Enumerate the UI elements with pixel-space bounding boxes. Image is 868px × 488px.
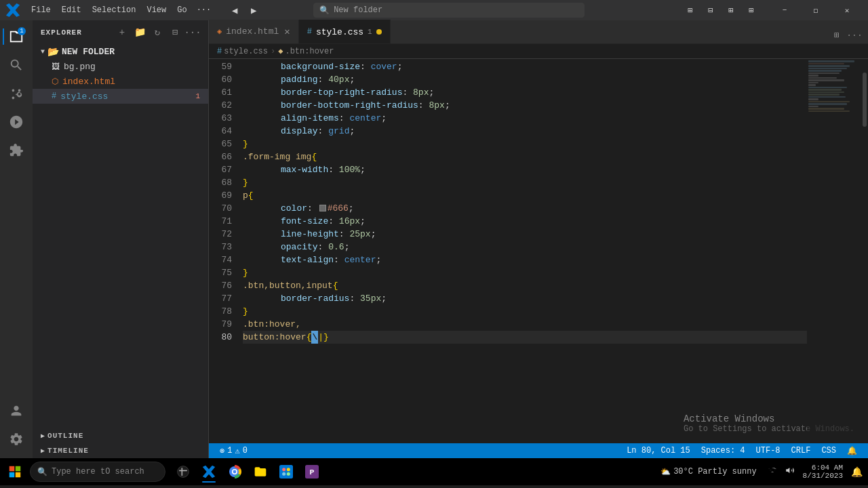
color-swatch-666	[319, 205, 326, 211]
new-file-button[interactable]: +	[115, 25, 130, 40]
new-folder-button[interactable]: 📁	[132, 25, 147, 40]
svg-point-10	[233, 470, 237, 474]
editor-scrollbar[interactable]	[861, 59, 868, 443]
refresh-explorer-button[interactable]: ↻	[150, 25, 165, 40]
status-errors[interactable]: ⊗ 1 ⚠ 0	[214, 443, 253, 458]
taskbar-pin-paint[interactable]	[274, 460, 298, 484]
title-search-box[interactable]: 🔍 New folder	[313, 3, 585, 18]
customize-layout-icon[interactable]: ⊞	[742, 3, 761, 18]
line-62: border-bottom-right-radius: 8px;	[243, 99, 807, 112]
minimize-button[interactable]: −	[769, 0, 800, 20]
toggle-secondary-sidebar-icon[interactable]: ⊞	[722, 3, 741, 18]
start-button[interactable]	[3, 460, 27, 484]
svg-rect-2	[9, 472, 15, 478]
breadcrumb-selector[interactable]: ◆ .btn:hover	[278, 46, 334, 56]
editor-container: ◈ index.html ✕ # style.css 1 ⊞ ··· # sty…	[209, 20, 868, 458]
activity-settings-icon[interactable]	[3, 426, 30, 453]
more-tabs-button[interactable]: ···	[846, 27, 863, 43]
taskbar-search-placeholder: Type here tO search	[52, 467, 144, 476]
weather-widget[interactable]: ⛅ 30°C Partly sunny	[655, 467, 762, 477]
taskbar-pin-vscode[interactable]	[197, 460, 221, 484]
activity-source-control-icon[interactable]	[3, 80, 30, 107]
chevron-down-icon: ▼	[41, 48, 45, 56]
maximize-button[interactable]: ◻	[800, 0, 831, 20]
taskbar-pin-search[interactable]	[171, 460, 195, 484]
file-name-indexhtml: index.html	[62, 77, 115, 87]
ln-64: 64	[209, 125, 232, 138]
outline-section[interactable]: ▶ OUTLINE	[33, 428, 208, 443]
activity-extensions-icon[interactable]	[3, 137, 30, 164]
vscode-logo-icon	[5, 3, 20, 18]
timeline-section[interactable]: ▶ TIMELINE	[33, 443, 208, 458]
status-encoding[interactable]: UTF-8	[751, 443, 786, 458]
line-79: .btn:hover,	[243, 318, 807, 331]
menu-selection[interactable]: Selection	[87, 4, 142, 16]
status-spaces[interactable]: Spaces: 4	[696, 443, 751, 458]
menu-edit[interactable]: Edit	[56, 4, 87, 16]
status-bell[interactable]: 🔔	[842, 443, 863, 458]
nav-forward-button[interactable]: ▶	[245, 3, 262, 18]
file-item-bgpng[interactable]: 🖼 bg.png	[33, 59, 208, 74]
taskbar-pinned-apps: P	[171, 460, 324, 484]
taskbar-pin-chrome[interactable]	[222, 460, 247, 484]
line-68: }	[243, 176, 807, 189]
folder-new-folder[interactable]: ▼ 📂 NEW FOLDER	[33, 44, 208, 59]
notification-icon[interactable]: 🔔	[848, 465, 865, 479]
activity-explorer-icon[interactable]: 1	[3, 23, 30, 50]
taskbar-right-area: ⛅ 30°C Partly sunny 6:04 AM 8/31/2023 🔔	[655, 464, 865, 480]
network-icon[interactable]	[765, 464, 780, 479]
status-language[interactable]: CSS	[816, 443, 842, 458]
ln-62: 62	[209, 99, 232, 112]
ln-66: 66	[209, 150, 232, 163]
menu-file[interactable]: File	[26, 4, 56, 16]
activity-search-icon[interactable]	[3, 52, 30, 79]
ln-78: 78	[209, 305, 232, 318]
line-72: line-height: 25px;	[243, 228, 807, 241]
svg-point-12	[282, 468, 285, 471]
tab-stylecss[interactable]: # style.css 1	[299, 20, 391, 43]
unsaved-dot-indicator	[376, 29, 382, 35]
menu-bar: File Edit Selection View Go ···	[26, 4, 215, 16]
clock-date: 8/31/2023	[803, 472, 843, 480]
menu-view[interactable]: View	[141, 4, 172, 16]
breadcrumb-file[interactable]: # style.css	[217, 47, 268, 56]
svg-text:P: P	[310, 468, 315, 477]
file-item-stylecss[interactable]: # style.css 1	[33, 89, 208, 104]
more-actions-button[interactable]: ···	[185, 25, 200, 40]
taskbar-clock[interactable]: 6:04 AM 8/31/2023	[800, 464, 846, 480]
minimap-line	[808, 60, 854, 62]
status-right: Ln 80, Col 15 Spaces: 4 UTF-8 CRLF CSS 🔔	[621, 443, 863, 458]
taskbar-pin-extra[interactable]: P	[300, 460, 324, 484]
collapse-all-button[interactable]: ⊟	[167, 25, 182, 40]
line-60: padding: 40px;	[243, 73, 807, 86]
sidebar: EXPLORER + 📁 ↻ ⊟ ··· ▼ 📂 NEW FOLDER 🖼 bg…	[33, 20, 209, 458]
toggle-sidebar-icon[interactable]: ⊞	[681, 3, 700, 18]
file-item-indexhtml[interactable]: ⬡ index.html	[33, 74, 208, 89]
ln-80: 80	[209, 331, 232, 344]
menu-more[interactable]: ···	[193, 4, 216, 16]
minimap	[807, 59, 861, 443]
status-line-ending[interactable]: CRLF	[786, 443, 816, 458]
tab-indexhtml[interactable]: ◈ index.html ✕	[209, 20, 299, 43]
status-line-col[interactable]: Ln 80, Col 15	[621, 443, 696, 458]
toggle-panel-icon[interactable]: ⊟	[701, 3, 720, 18]
activity-run-debug-icon[interactable]	[3, 108, 30, 136]
ln-79: 79	[209, 318, 232, 331]
menu-go[interactable]: Go	[172, 4, 192, 16]
ln-61: 61	[209, 86, 232, 99]
line-71: font-size: 16px;	[243, 215, 807, 228]
editor-main[interactable]: 59 60 61 62 63 64 65 66 67 68 69 70 71 7…	[209, 59, 807, 443]
nav-back-button[interactable]: ◀	[226, 3, 243, 18]
sound-icon[interactable]	[783, 464, 797, 479]
activity-account-icon[interactable]	[3, 397, 30, 424]
split-editor-button[interactable]: ⊞	[829, 27, 845, 43]
code-lines: background-size: cover; padding: 40px; b…	[237, 59, 807, 443]
tab-close-indexhtml[interactable]: ✕	[284, 26, 290, 37]
cursor-indicator: \	[311, 331, 318, 344]
timeline-label: TIMELINE	[47, 447, 89, 455]
ln-68: 68	[209, 176, 232, 189]
close-button[interactable]: ✕	[831, 0, 863, 20]
taskbar-pin-files[interactable]	[248, 460, 273, 484]
taskbar-search-box[interactable]: 🔍 Type here tO search	[30, 462, 165, 482]
taskbar: 🔍 Type here tO search	[0, 458, 868, 485]
